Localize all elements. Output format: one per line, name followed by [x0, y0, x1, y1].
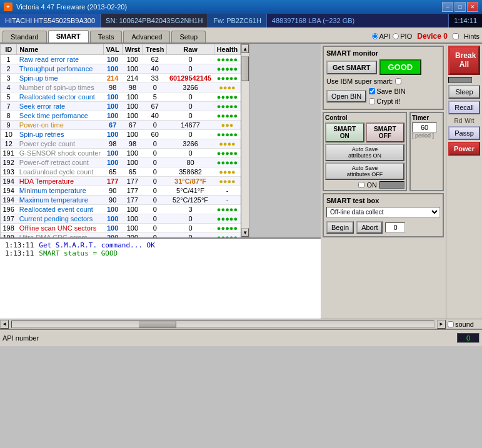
test-number-input[interactable]	[385, 222, 405, 232]
drive-time: 1:14:11	[449, 14, 482, 27]
crypt-label: Crypt it!	[376, 97, 400, 105]
api-radio[interactable]: API	[372, 32, 391, 40]
tab-standard[interactable]: Standard	[3, 31, 47, 42]
autosave-off-button[interactable]: Auto Saveattributes OFF	[325, 162, 404, 180]
tab-advanced[interactable]: Advanced	[123, 31, 170, 42]
tab-smart[interactable]: SMART	[48, 30, 89, 42]
cell-wrst: 100	[122, 64, 143, 74]
close-button[interactable]: ✕	[467, 2, 478, 12]
smart-table-container[interactable]: ID Name VAL Wrst Tresh Raw Health 1Raw r…	[0, 44, 241, 237]
table-row: 191G-SENSOR shock counter10010000●●●●●	[1, 149, 241, 158]
hints-checkbox[interactable]	[453, 33, 459, 39]
abort-button[interactable]: Abort	[356, 221, 383, 234]
cell-tresh: 0	[143, 233, 167, 238]
bottom-scrollbar-bar: ◄ ► sound	[0, 319, 482, 329]
smart-on-button[interactable]: SMARTON	[325, 122, 364, 142]
cell-raw: 60129542145	[167, 74, 214, 83]
recall-button[interactable]: Recall	[448, 101, 480, 114]
sleep-button[interactable]: Sleep	[448, 85, 480, 99]
cell-tresh: 0	[143, 214, 167, 224]
open-bin-button[interactable]: Open BIN	[326, 90, 366, 102]
cell-id: 3	[1, 74, 17, 83]
smart-status-button[interactable]: GOOD	[379, 59, 422, 75]
cell-id: 1	[1, 55, 17, 64]
test-type-select[interactable]: Off-line data collect	[326, 207, 440, 217]
cell-raw: 0	[167, 102, 214, 111]
autosave-on-button[interactable]: Auto Saveattributes ON	[325, 144, 404, 161]
cell-wrst: 177	[122, 186, 143, 196]
cell-health: ●●●●●	[214, 64, 241, 74]
wrt-label: Wrt	[464, 117, 474, 124]
cell-val: 100	[103, 205, 122, 214]
crypt-checkbox[interactable]	[369, 98, 375, 104]
minimize-button[interactable]: −	[442, 2, 453, 12]
get-smart-button[interactable]: Get SMART	[326, 61, 377, 74]
cell-wrst: 100	[122, 102, 143, 111]
drive-name: HITACHI HTS545025B9A300	[0, 14, 101, 27]
cell-raw: 3	[167, 205, 214, 214]
cell-raw: 0	[167, 64, 214, 74]
device-label: Device 0	[417, 32, 448, 41]
cell-wrst: 100	[122, 214, 143, 224]
scroll-thumb[interactable]	[241, 56, 249, 81]
log-entry: 1:13:11Get S.M.A.R.T. command... OK	[5, 241, 316, 249]
api-number-input[interactable]	[457, 333, 479, 343]
cell-val: 177	[103, 177, 122, 186]
h-scroll-track[interactable]	[12, 321, 434, 327]
cell-val: 100	[103, 130, 122, 139]
tab-setup[interactable]: Setup	[171, 31, 206, 42]
passp-button[interactable]: Passp	[448, 126, 480, 140]
cell-val: 100	[103, 64, 122, 74]
timer-input[interactable]	[412, 122, 437, 132]
test-action-row: Begin Abort	[326, 221, 440, 234]
save-bin-checkbox[interactable]	[369, 88, 375, 94]
cell-health: ●●●●●	[214, 55, 241, 64]
table-row: 7Seek error rate100100670●●●●●	[1, 102, 241, 111]
begin-button[interactable]: Begin	[326, 221, 354, 234]
cell-raw: 0	[167, 92, 214, 102]
timer-title: Timer	[412, 114, 441, 121]
break-all-button[interactable]: BreakAll	[448, 46, 480, 75]
scroll-right-btn[interactable]: ►	[437, 320, 446, 329]
cell-val: 100	[103, 158, 122, 167]
tab-tests[interactable]: Tests	[90, 31, 123, 42]
cell-val: 100	[103, 224, 122, 233]
cell-wrst: 177	[122, 196, 143, 205]
power-button[interactable]: Power	[448, 142, 480, 156]
cell-health: ●●●●●	[214, 224, 241, 233]
table-row: 5Reallocated sector count10010050●●●●●	[1, 92, 241, 102]
sound-checkbox[interactable]	[448, 321, 454, 327]
horizontal-scrollbar[interactable]	[11, 321, 434, 328]
smart-monitor-title: SMART monitor	[326, 49, 440, 57]
maximize-button[interactable]: □	[454, 2, 466, 12]
cell-name: Current pending sectors	[17, 214, 103, 224]
cell-health: ●●●●●	[214, 214, 241, 224]
cell-wrst: 100	[122, 149, 143, 158]
h-scroll-thumb[interactable]	[139, 321, 176, 327]
cell-tresh: 0	[143, 139, 167, 149]
content-area: ID Name VAL Wrst Tresh Raw Health 1Raw r…	[0, 44, 482, 319]
scroll-left-btn[interactable]: ◄	[0, 320, 9, 329]
scroll-down-btn[interactable]: ▼	[241, 228, 249, 237]
smart-off-button[interactable]: SMARTOFF	[366, 122, 405, 142]
table-scrollbar[interactable]: ▲ ▼	[241, 44, 249, 237]
cell-raw: 31°C/87°F	[167, 177, 214, 186]
scroll-track[interactable]	[241, 53, 249, 228]
ibm-checkbox[interactable]	[395, 78, 401, 84]
tab-bar: Standard SMART Tests Advanced Setup API …	[0, 27, 482, 44]
table-row: 4Number of spin-up times989803266●●●●	[1, 83, 241, 92]
cell-health: ●●●●●	[214, 130, 241, 139]
cell-name: Ultra DMA CRC errors	[17, 233, 103, 238]
cell-wrst: 214	[122, 74, 143, 83]
scroll-up-btn[interactable]: ▲	[241, 44, 249, 53]
cell-name: Minimum temperature	[17, 186, 103, 196]
cell-raw: 0	[167, 130, 214, 139]
autosave-off-row: Auto Saveattributes OFF	[325, 162, 404, 180]
table-row: 8Seek time perfomance100100400●●●●●	[1, 111, 241, 121]
log-area: 1:13:11Get S.M.A.R.T. command... OK1:13:…	[0, 237, 321, 319]
cell-val: 100	[103, 102, 122, 111]
cell-health: ●●●●●	[214, 92, 241, 102]
on-checkbox[interactable]	[358, 182, 364, 188]
ibm-label: Use IBM super smart:	[326, 77, 393, 85]
pio-radio[interactable]: PIO	[393, 32, 412, 40]
